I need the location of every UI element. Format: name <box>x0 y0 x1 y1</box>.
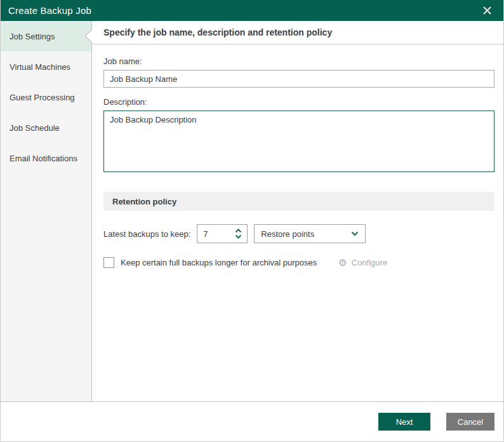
backups-to-keep-row: Latest backups to keep: 7 <box>103 224 494 243</box>
job-name-input[interactable] <box>103 70 494 88</box>
configure-button[interactable]: ⚙ Configure <box>338 258 387 267</box>
dialog-body: Job Settings Virtual Machines Guest Proc… <box>1 21 503 401</box>
retention-policy-section: Retention policy <box>103 192 494 211</box>
close-button[interactable] <box>478 3 496 19</box>
sidebar-item-virtual-machines[interactable]: Virtual Machines <box>1 51 91 82</box>
sidebar-item-guest-processing[interactable]: Guest Processing <box>1 82 91 112</box>
gear-icon: ⚙ <box>338 258 347 267</box>
create-backup-job-dialog: Create Backup Job Job Settings Virtual M… <box>0 0 504 442</box>
close-icon <box>483 6 491 15</box>
chevron-up-icon <box>235 229 242 233</box>
stepper-arrows <box>235 229 247 239</box>
description-textarea[interactable]: Job Backup Description <box>103 110 494 172</box>
window-title: Create Backup Job <box>8 5 91 16</box>
step-heading-row: Specify the job name, description and re… <box>92 21 503 44</box>
cancel-button[interactable]: Cancel <box>446 413 494 431</box>
job-name-label: Job name: <box>103 57 494 66</box>
archival-option-row: Keep certain full backups longer for arc… <box>103 257 494 268</box>
sidebar-item-label: Guest Processing <box>10 93 75 102</box>
sidebar-item-label: Job Schedule <box>10 123 60 133</box>
wizard-steps-sidebar: Job Settings Virtual Machines Guest Proc… <box>1 21 92 401</box>
sidebar-item-job-settings[interactable]: Job Settings <box>1 21 91 51</box>
step-heading: Specify the job name, description and re… <box>103 27 332 37</box>
sidebar-item-label: Job Settings <box>10 32 55 41</box>
dialog-footer: Next Cancel <box>1 401 503 441</box>
description-label: Description: <box>103 97 494 107</box>
stepper-down-button[interactable] <box>235 234 242 239</box>
sidebar-item-label: Email Notifications <box>10 154 77 163</box>
next-button[interactable]: Next <box>378 413 430 431</box>
sidebar-item-label: Virtual Machines <box>10 62 70 72</box>
retention-unit-value: Restore points <box>261 229 351 239</box>
chevron-down-icon <box>351 231 359 236</box>
retention-unit-select[interactable]: Restore points <box>254 224 366 243</box>
backups-to-keep-value[interactable]: 7 <box>197 229 235 239</box>
sidebar-item-email-notifications[interactable]: Email Notifications <box>1 143 91 173</box>
configure-label: Configure <box>352 258 387 267</box>
retention-policy-title: Retention policy <box>112 197 176 206</box>
backups-to-keep-stepper[interactable]: 7 <box>197 224 248 243</box>
sidebar-item-job-schedule[interactable]: Job Schedule <box>1 112 91 143</box>
title-bar: Create Backup Job <box>1 0 503 21</box>
archival-checkbox-label: Keep certain full backups longer for arc… <box>121 258 317 267</box>
chevron-down-icon <box>235 234 242 239</box>
job-settings-form: Job name: Description: Job Backup Descri… <box>92 44 503 268</box>
backups-to-keep-label: Latest backups to keep: <box>103 229 190 239</box>
stepper-up-button[interactable] <box>235 229 242 233</box>
step-content: Specify the job name, description and re… <box>92 21 503 401</box>
archival-checkbox[interactable] <box>103 257 114 268</box>
